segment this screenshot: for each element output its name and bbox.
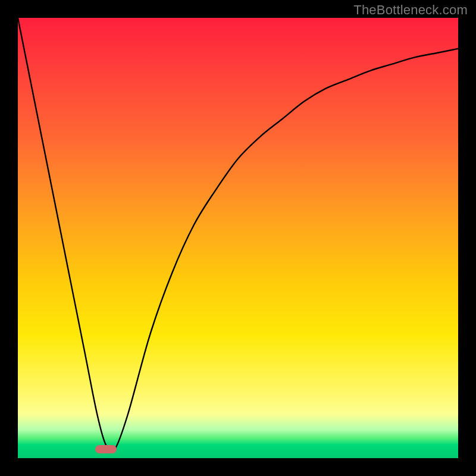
optimal-marker <box>95 445 117 453</box>
bottleneck-curve <box>18 18 458 458</box>
watermark-text: TheBottleneck.com <box>353 2 468 18</box>
plot-area <box>18 18 458 458</box>
chart-frame: TheBottleneck.com <box>0 0 476 476</box>
